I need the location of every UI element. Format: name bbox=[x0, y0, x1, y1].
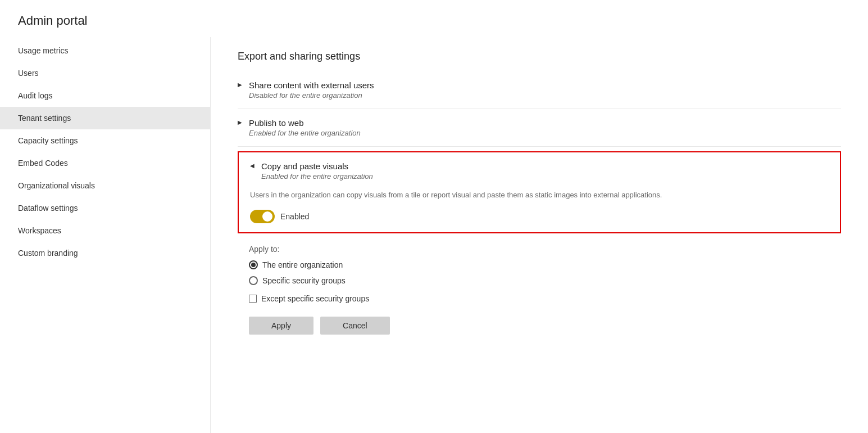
accordion-header-share-external[interactable]: ▶ Share content with external users Disa… bbox=[238, 76, 841, 104]
page-title: Admin portal bbox=[0, 0, 868, 37]
radio-label-specific-groups: Specific security groups bbox=[262, 276, 346, 285]
radio-circle-specific-groups bbox=[249, 276, 258, 285]
radio-dot-entire-org bbox=[251, 263, 256, 267]
publish-web-subtitle: Enabled for the entire organization bbox=[249, 129, 361, 137]
checkbox-except-groups[interactable]: Except specific security groups bbox=[249, 294, 841, 303]
sidebar-item-capacity-settings[interactable]: Capacity settings bbox=[0, 129, 210, 152]
toggle-label: Enabled bbox=[280, 212, 309, 221]
page-container: Admin portal Usage metricsUsersAudit log… bbox=[0, 0, 868, 433]
accordion-header-publish-web[interactable]: ▶ Publish to web Enabled for the entire … bbox=[238, 114, 841, 142]
accordion-share-external: ▶ Share content with external users Disa… bbox=[238, 76, 841, 109]
arrow-copy-paste-icon: ◀ bbox=[250, 163, 257, 169]
toggle-thumb bbox=[262, 211, 272, 222]
share-external-subtitle: Disabled for the entire organization bbox=[249, 91, 374, 100]
accordion-title-block-copy: Copy and paste visuals Enabled for the e… bbox=[261, 161, 373, 181]
radio-group: The entire organization Specific securit… bbox=[249, 260, 841, 285]
sidebar: Usage metricsUsersAudit logsTenant setti… bbox=[0, 37, 211, 433]
checkbox-box-except bbox=[249, 295, 257, 303]
sidebar-item-workspaces[interactable]: Workspaces bbox=[0, 219, 210, 242]
copy-paste-subtitle: Enabled for the entire organization bbox=[261, 172, 373, 181]
copy-paste-title: Copy and paste visuals bbox=[261, 161, 373, 171]
checkbox-label-except: Except specific security groups bbox=[261, 294, 369, 303]
sidebar-item-users[interactable]: Users bbox=[0, 62, 210, 84]
radio-label-entire-org: The entire organization bbox=[262, 260, 343, 269]
content-area: Export and sharing settings ▶ Share cont… bbox=[211, 37, 868, 433]
sidebar-item-organizational-visuals[interactable]: Organizational visuals bbox=[0, 174, 210, 197]
share-external-title: Share content with external users bbox=[249, 80, 374, 90]
arrow-share-external-icon: ▶ bbox=[238, 82, 244, 88]
main-layout: Usage metricsUsersAudit logsTenant setti… bbox=[0, 37, 868, 433]
radio-specific-groups[interactable]: Specific security groups bbox=[249, 276, 841, 285]
sidebar-item-tenant-settings[interactable]: Tenant settings bbox=[0, 107, 210, 129]
section-title: Export and sharing settings bbox=[238, 51, 841, 62]
accordion-copy-paste-expanded: ◀ Copy and paste visuals Enabled for the… bbox=[238, 151, 841, 233]
apply-to-title: Apply to: bbox=[249, 245, 841, 254]
button-row: Apply Cancel bbox=[238, 317, 841, 335]
copy-paste-description: Users in the organization can copy visua… bbox=[250, 190, 756, 201]
radio-entire-org[interactable]: The entire organization bbox=[249, 260, 841, 269]
sidebar-item-audit-logs[interactable]: Audit logs bbox=[0, 84, 210, 107]
toggle-row: Enabled bbox=[250, 210, 829, 223]
publish-web-title: Publish to web bbox=[249, 118, 361, 128]
accordion-title-block-publish: Publish to web Enabled for the entire or… bbox=[249, 118, 361, 137]
cancel-button[interactable]: Cancel bbox=[320, 317, 390, 335]
toggle-track bbox=[250, 210, 275, 223]
accordion-publish-web: ▶ Publish to web Enabled for the entire … bbox=[238, 114, 841, 147]
sidebar-item-embed-codes[interactable]: Embed Codes bbox=[0, 152, 210, 174]
radio-circle-entire-org bbox=[249, 260, 258, 269]
enabled-toggle[interactable] bbox=[250, 210, 275, 223]
sidebar-item-custom-branding[interactable]: Custom branding bbox=[0, 242, 210, 264]
accordion-header-copy-paste[interactable]: ◀ Copy and paste visuals Enabled for the… bbox=[250, 161, 829, 185]
apply-to-section: Apply to: The entire organization Specif… bbox=[238, 245, 841, 303]
sidebar-item-dataflow-settings[interactable]: Dataflow settings bbox=[0, 197, 210, 219]
apply-button[interactable]: Apply bbox=[249, 317, 313, 335]
accordion-title-block-share: Share content with external users Disabl… bbox=[249, 80, 374, 100]
sidebar-item-usage-metrics[interactable]: Usage metrics bbox=[0, 39, 210, 62]
arrow-publish-web-icon: ▶ bbox=[238, 119, 244, 125]
